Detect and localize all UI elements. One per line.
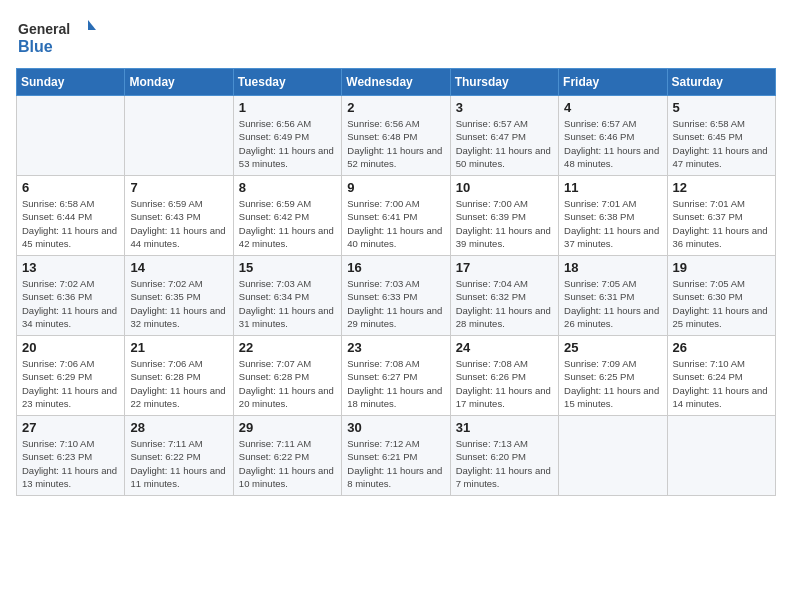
day-number: 4 <box>564 100 661 115</box>
day-number: 17 <box>456 260 553 275</box>
day-info: Sunrise: 7:08 AMSunset: 6:26 PMDaylight:… <box>456 357 553 410</box>
weekday-header: Saturday <box>667 69 775 96</box>
weekday-header: Monday <box>125 69 233 96</box>
day-number: 18 <box>564 260 661 275</box>
day-number: 15 <box>239 260 336 275</box>
day-number: 25 <box>564 340 661 355</box>
day-number: 19 <box>673 260 770 275</box>
day-info: Sunrise: 7:05 AMSunset: 6:31 PMDaylight:… <box>564 277 661 330</box>
calendar-cell: 18Sunrise: 7:05 AMSunset: 6:31 PMDayligh… <box>559 256 667 336</box>
svg-marker-2 <box>88 20 96 30</box>
calendar-cell: 22Sunrise: 7:07 AMSunset: 6:28 PMDayligh… <box>233 336 341 416</box>
day-info: Sunrise: 7:03 AMSunset: 6:34 PMDaylight:… <box>239 277 336 330</box>
day-number: 23 <box>347 340 444 355</box>
calendar-cell: 8Sunrise: 6:59 AMSunset: 6:42 PMDaylight… <box>233 176 341 256</box>
day-info: Sunrise: 7:08 AMSunset: 6:27 PMDaylight:… <box>347 357 444 410</box>
day-info: Sunrise: 7:06 AMSunset: 6:28 PMDaylight:… <box>130 357 227 410</box>
calendar-cell: 31Sunrise: 7:13 AMSunset: 6:20 PMDayligh… <box>450 416 558 496</box>
svg-text:Blue: Blue <box>18 38 53 55</box>
calendar-cell: 20Sunrise: 7:06 AMSunset: 6:29 PMDayligh… <box>17 336 125 416</box>
day-info: Sunrise: 7:01 AMSunset: 6:37 PMDaylight:… <box>673 197 770 250</box>
day-info: Sunrise: 7:13 AMSunset: 6:20 PMDaylight:… <box>456 437 553 490</box>
day-info: Sunrise: 7:00 AMSunset: 6:39 PMDaylight:… <box>456 197 553 250</box>
calendar-cell: 5Sunrise: 6:58 AMSunset: 6:45 PMDaylight… <box>667 96 775 176</box>
day-number: 28 <box>130 420 227 435</box>
calendar-cell <box>125 96 233 176</box>
day-number: 20 <box>22 340 119 355</box>
calendar-cell: 28Sunrise: 7:11 AMSunset: 6:22 PMDayligh… <box>125 416 233 496</box>
calendar-cell: 3Sunrise: 6:57 AMSunset: 6:47 PMDaylight… <box>450 96 558 176</box>
day-info: Sunrise: 7:11 AMSunset: 6:22 PMDaylight:… <box>130 437 227 490</box>
day-number: 21 <box>130 340 227 355</box>
day-info: Sunrise: 7:11 AMSunset: 6:22 PMDaylight:… <box>239 437 336 490</box>
calendar-cell: 4Sunrise: 6:57 AMSunset: 6:46 PMDaylight… <box>559 96 667 176</box>
day-number: 8 <box>239 180 336 195</box>
calendar-cell: 27Sunrise: 7:10 AMSunset: 6:23 PMDayligh… <box>17 416 125 496</box>
day-number: 16 <box>347 260 444 275</box>
day-info: Sunrise: 6:56 AMSunset: 6:49 PMDaylight:… <box>239 117 336 170</box>
calendar-cell: 25Sunrise: 7:09 AMSunset: 6:25 PMDayligh… <box>559 336 667 416</box>
logo: General Blue <box>16 16 96 56</box>
calendar-cell: 14Sunrise: 7:02 AMSunset: 6:35 PMDayligh… <box>125 256 233 336</box>
calendar-cell: 23Sunrise: 7:08 AMSunset: 6:27 PMDayligh… <box>342 336 450 416</box>
page-header: General Blue <box>16 16 776 56</box>
day-number: 13 <box>22 260 119 275</box>
day-number: 2 <box>347 100 444 115</box>
calendar-cell: 24Sunrise: 7:08 AMSunset: 6:26 PMDayligh… <box>450 336 558 416</box>
day-number: 24 <box>456 340 553 355</box>
calendar-cell <box>667 416 775 496</box>
day-info: Sunrise: 7:10 AMSunset: 6:24 PMDaylight:… <box>673 357 770 410</box>
calendar-cell <box>559 416 667 496</box>
calendar-cell: 19Sunrise: 7:05 AMSunset: 6:30 PMDayligh… <box>667 256 775 336</box>
weekday-header: Friday <box>559 69 667 96</box>
day-info: Sunrise: 7:07 AMSunset: 6:28 PMDaylight:… <box>239 357 336 410</box>
weekday-header: Sunday <box>17 69 125 96</box>
calendar-cell: 11Sunrise: 7:01 AMSunset: 6:38 PMDayligh… <box>559 176 667 256</box>
calendar-cell: 6Sunrise: 6:58 AMSunset: 6:44 PMDaylight… <box>17 176 125 256</box>
weekday-header: Thursday <box>450 69 558 96</box>
day-info: Sunrise: 7:05 AMSunset: 6:30 PMDaylight:… <box>673 277 770 330</box>
day-info: Sunrise: 7:06 AMSunset: 6:29 PMDaylight:… <box>22 357 119 410</box>
logo-icon: General Blue <box>16 16 96 56</box>
day-info: Sunrise: 6:56 AMSunset: 6:48 PMDaylight:… <box>347 117 444 170</box>
day-number: 27 <box>22 420 119 435</box>
calendar-cell: 29Sunrise: 7:11 AMSunset: 6:22 PMDayligh… <box>233 416 341 496</box>
day-info: Sunrise: 7:10 AMSunset: 6:23 PMDaylight:… <box>22 437 119 490</box>
day-number: 12 <box>673 180 770 195</box>
weekday-header: Wednesday <box>342 69 450 96</box>
calendar-cell: 17Sunrise: 7:04 AMSunset: 6:32 PMDayligh… <box>450 256 558 336</box>
calendar-cell: 7Sunrise: 6:59 AMSunset: 6:43 PMDaylight… <box>125 176 233 256</box>
calendar-cell: 1Sunrise: 6:56 AMSunset: 6:49 PMDaylight… <box>233 96 341 176</box>
day-info: Sunrise: 7:00 AMSunset: 6:41 PMDaylight:… <box>347 197 444 250</box>
day-number: 7 <box>130 180 227 195</box>
calendar-cell: 30Sunrise: 7:12 AMSunset: 6:21 PMDayligh… <box>342 416 450 496</box>
day-number: 31 <box>456 420 553 435</box>
weekday-header: Tuesday <box>233 69 341 96</box>
day-info: Sunrise: 7:04 AMSunset: 6:32 PMDaylight:… <box>456 277 553 330</box>
day-info: Sunrise: 6:57 AMSunset: 6:47 PMDaylight:… <box>456 117 553 170</box>
day-number: 22 <box>239 340 336 355</box>
day-number: 5 <box>673 100 770 115</box>
day-info: Sunrise: 7:02 AMSunset: 6:36 PMDaylight:… <box>22 277 119 330</box>
calendar-cell <box>17 96 125 176</box>
calendar-cell: 13Sunrise: 7:02 AMSunset: 6:36 PMDayligh… <box>17 256 125 336</box>
day-info: Sunrise: 6:59 AMSunset: 6:42 PMDaylight:… <box>239 197 336 250</box>
day-number: 29 <box>239 420 336 435</box>
day-number: 3 <box>456 100 553 115</box>
day-info: Sunrise: 7:03 AMSunset: 6:33 PMDaylight:… <box>347 277 444 330</box>
day-info: Sunrise: 7:12 AMSunset: 6:21 PMDaylight:… <box>347 437 444 490</box>
calendar-cell: 2Sunrise: 6:56 AMSunset: 6:48 PMDaylight… <box>342 96 450 176</box>
svg-text:General: General <box>18 21 70 37</box>
day-number: 14 <box>130 260 227 275</box>
day-info: Sunrise: 7:01 AMSunset: 6:38 PMDaylight:… <box>564 197 661 250</box>
calendar-cell: 9Sunrise: 7:00 AMSunset: 6:41 PMDaylight… <box>342 176 450 256</box>
day-info: Sunrise: 6:59 AMSunset: 6:43 PMDaylight:… <box>130 197 227 250</box>
day-number: 9 <box>347 180 444 195</box>
calendar-cell: 21Sunrise: 7:06 AMSunset: 6:28 PMDayligh… <box>125 336 233 416</box>
day-number: 11 <box>564 180 661 195</box>
day-number: 30 <box>347 420 444 435</box>
day-info: Sunrise: 6:58 AMSunset: 6:44 PMDaylight:… <box>22 197 119 250</box>
calendar-cell: 10Sunrise: 7:00 AMSunset: 6:39 PMDayligh… <box>450 176 558 256</box>
day-info: Sunrise: 6:57 AMSunset: 6:46 PMDaylight:… <box>564 117 661 170</box>
calendar-cell: 16Sunrise: 7:03 AMSunset: 6:33 PMDayligh… <box>342 256 450 336</box>
